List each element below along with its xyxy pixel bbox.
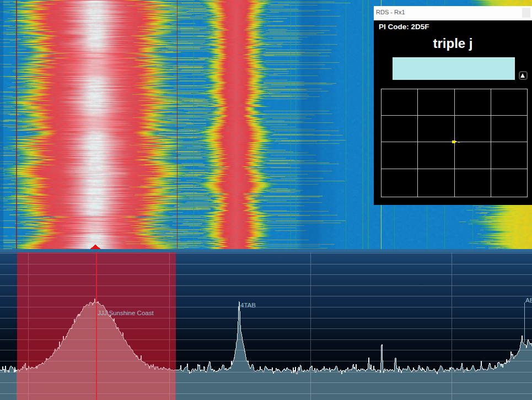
svg-text:4TAB: 4TAB <box>240 302 256 309</box>
svg-text:AB: AB <box>525 297 532 304</box>
svg-text:JJJ Sunshine Coast: JJJ Sunshine Coast <box>98 310 154 316</box>
